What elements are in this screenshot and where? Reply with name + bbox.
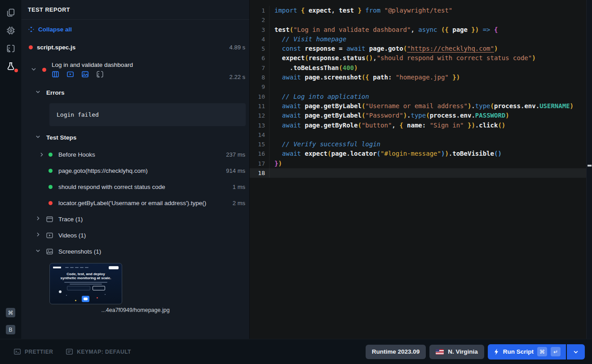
code-line[interactable]: 12 await page.getByLabel("Password").typ… bbox=[250, 111, 586, 120]
chevron-down-icon[interactable] bbox=[31, 66, 37, 74]
collapse-all-icon bbox=[28, 26, 35, 33]
passed-status-dot bbox=[49, 169, 53, 173]
video-icon[interactable] bbox=[66, 70, 74, 78]
code-text: expect(response.status(),"should respond… bbox=[274, 53, 536, 63]
line-number: 18 bbox=[250, 168, 269, 178]
test-step-label: Before Hooks bbox=[58, 151, 95, 158]
code-line[interactable]: 9 bbox=[250, 82, 586, 92]
line-number: 15 bbox=[250, 140, 269, 149]
line-number: 5 bbox=[250, 44, 269, 53]
line-number: 4 bbox=[250, 35, 269, 44]
cmd-keycap: ⌘ bbox=[537, 347, 547, 356]
screenshots-section-row[interactable]: Screenshots (1) bbox=[22, 243, 249, 259]
keymap-button[interactable]: KEYMAP: DEFAULT bbox=[66, 348, 131, 355]
line-number: 16 bbox=[250, 149, 269, 158]
screenshot-thumbnail[interactable]: Code, test, and deploy synthetic monitor… bbox=[49, 263, 122, 304]
run-options-dropdown-button[interactable] bbox=[567, 344, 585, 360]
chevron-down-icon bbox=[573, 349, 579, 355]
code-line[interactable]: 3test("Log in and validate dashboard", a… bbox=[250, 25, 586, 35]
status-bar: PRETTIER KEYMAP: DEFAULT Runtime 2023.09… bbox=[0, 339, 592, 364]
trace-section-row[interactable]: Trace (1) bbox=[22, 211, 249, 227]
code-line[interactable]: 7 .toBeLessThan(400) bbox=[250, 63, 586, 73]
test-steps-section-header[interactable]: Test Steps bbox=[22, 128, 249, 146]
compare-icon[interactable] bbox=[4, 42, 17, 55]
spec-file-name: script.spec.js bbox=[37, 44, 75, 51]
code-line[interactable]: 16 await expect(page.locator("#login-mes… bbox=[250, 149, 586, 158]
runtime-selector-button[interactable]: Runtime 2023.09 bbox=[366, 345, 426, 359]
trace-window-icon bbox=[46, 215, 53, 223]
thumb-headline: Code, test, and deploy synthetic monitor… bbox=[50, 272, 122, 280]
line-number: 10 bbox=[250, 92, 269, 101]
code-line[interactable]: 8 await page.screenshot({ path: "homepag… bbox=[250, 73, 586, 82]
keymap-icon bbox=[66, 348, 73, 355]
code-text: await expect(page.locator("#login-messag… bbox=[274, 149, 502, 158]
editor-overview-ruler[interactable] bbox=[586, 0, 592, 339]
error-message-box: Login failed bbox=[49, 103, 246, 126]
collapse-all-button[interactable]: Collapse all bbox=[22, 20, 249, 39]
test-case-row[interactable]: Log in and validate dashboard bbox=[22, 56, 249, 83]
chevron-right-icon bbox=[35, 215, 41, 223]
failed-status-dot bbox=[49, 201, 53, 205]
code-line[interactable]: 11 await page.getByLabel("Username or em… bbox=[250, 101, 586, 111]
code-text: const response = await page.goto("https:… bbox=[274, 44, 498, 53]
chevron-down-icon bbox=[35, 89, 41, 96]
code-line[interactable]: 13 await page.getByRole("button", { name… bbox=[250, 121, 586, 130]
code-lines: 1import { expect, test } from "@playwrig… bbox=[250, 6, 586, 339]
trace-columns-icon[interactable] bbox=[52, 70, 59, 78]
region-selector-button[interactable]: N. Virginia bbox=[429, 345, 484, 359]
test-step-label: page.goto(https://checklyhq.com) bbox=[58, 167, 148, 174]
spec-file-duration: 4.89 s bbox=[230, 44, 245, 51]
code-text: import { expect, test } from "@playwrigh… bbox=[274, 6, 452, 15]
code-line[interactable]: 4 // Visit homepage bbox=[250, 35, 586, 44]
failed-status-dot bbox=[42, 68, 46, 72]
copy-icon[interactable] bbox=[4, 6, 17, 19]
chevron-down-icon bbox=[35, 134, 41, 141]
code-editor[interactable]: 1import { expect, test } from "@playwrig… bbox=[250, 0, 592, 339]
test-step-row[interactable]: locator.getByLabel('Username or email ad… bbox=[22, 195, 249, 211]
flask-icon[interactable] bbox=[4, 60, 17, 73]
image-icon[interactable] bbox=[81, 70, 89, 78]
code-line[interactable]: 1import { expect, test } from "@playwrig… bbox=[250, 6, 586, 15]
checkly-editor-app: ⌘ B TEST REPORT Collapse all script.spec… bbox=[0, 0, 592, 364]
test-step-row[interactable]: page.goto(https://checklyhq.com)914 ms bbox=[22, 162, 249, 179]
code-text: }) bbox=[274, 159, 282, 168]
chip-icon[interactable] bbox=[4, 24, 17, 37]
test-steps-list: Before Hooks237 mspage.goto(https://chec… bbox=[22, 146, 249, 211]
run-script-split-button: Run Script ⌘ ↵ bbox=[488, 344, 585, 360]
panel-title: TEST REPORT bbox=[22, 0, 249, 20]
test-step-duration: 2 ms bbox=[233, 200, 245, 206]
passed-status-dot bbox=[49, 185, 53, 189]
code-line[interactable]: 10 // Log into application bbox=[250, 92, 586, 101]
code-line[interactable]: 17}) bbox=[250, 159, 586, 168]
chevron-down-icon bbox=[35, 248, 41, 255]
errors-section-header[interactable]: Errors bbox=[22, 83, 249, 101]
code-text: .toBeLessThan(400) bbox=[274, 63, 358, 73]
code-line[interactable]: 14 bbox=[250, 130, 586, 140]
prettier-button[interactable]: PRETTIER bbox=[13, 348, 53, 355]
code-text: test("Log in and validate dashboard", as… bbox=[274, 25, 498, 35]
code-line[interactable]: 6 expect(response.status(),"should respo… bbox=[250, 53, 586, 63]
chevron-right-icon[interactable] bbox=[39, 152, 49, 158]
test-step-row[interactable]: should respond with correct status code1… bbox=[22, 179, 249, 195]
videos-section-row[interactable]: Videos (1) bbox=[22, 227, 249, 243]
code-text: await page.screenshot({ path: "homepage.… bbox=[274, 73, 460, 82]
failed-status-dot bbox=[29, 45, 33, 49]
passed-status-dot bbox=[49, 153, 53, 157]
run-script-button[interactable]: Run Script ⌘ ↵ bbox=[488, 344, 566, 360]
test-step-duration: 237 ms bbox=[226, 151, 245, 158]
code-line[interactable]: 5 const response = await page.goto("http… bbox=[250, 44, 586, 53]
code-text: // Verify successful login bbox=[274, 140, 380, 149]
line-number: 1 bbox=[250, 6, 269, 15]
spec-file-row[interactable]: script.spec.js 4.89 s bbox=[22, 39, 249, 56]
failed-tests-badge bbox=[14, 69, 18, 72]
compare-icon[interactable] bbox=[96, 70, 104, 78]
test-case-title: Log in and validate dashboard bbox=[52, 61, 133, 68]
line-number: 14 bbox=[250, 130, 269, 140]
line-number: 12 bbox=[250, 111, 269, 120]
code-line[interactable]: 2 bbox=[250, 15, 586, 25]
code-line[interactable]: 18 bbox=[250, 168, 586, 178]
test-step-row[interactable]: Before Hooks237 ms bbox=[22, 146, 249, 162]
line-number: 2 bbox=[250, 15, 269, 25]
code-line[interactable]: 15 // Verify successful login bbox=[250, 140, 586, 149]
code-text: await page.getByLabel("Password").type(p… bbox=[274, 111, 509, 120]
